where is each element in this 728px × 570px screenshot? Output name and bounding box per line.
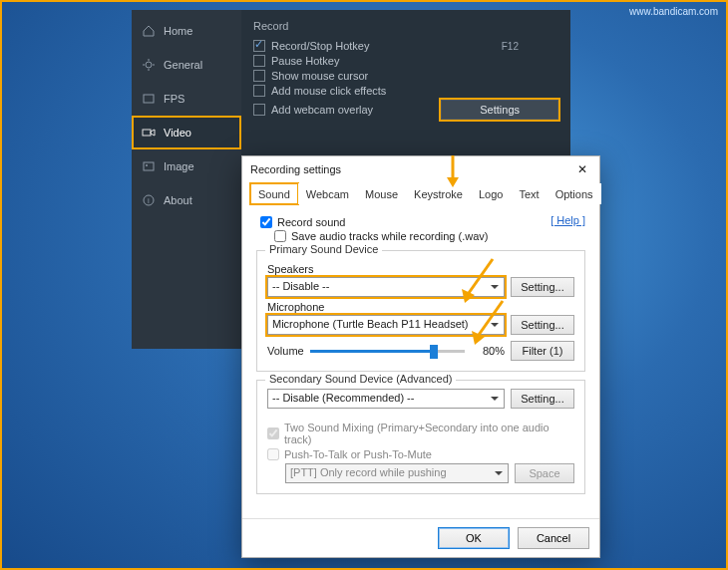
pause-hotkey-checkbox[interactable]	[253, 55, 265, 67]
dialog-titlebar: Recording settings ✕	[242, 156, 599, 182]
show-mouse-checkbox[interactable]	[253, 70, 265, 82]
speakers-label: Speakers	[267, 263, 574, 275]
volume-label: Volume	[267, 345, 304, 357]
filter-button[interactable]: Filter (1)	[511, 341, 574, 361]
add-webcam-checkbox[interactable]	[253, 104, 265, 116]
primary-sound-group: Primary Sound Device Speakers -- Disable…	[256, 250, 585, 372]
dialog-close-button[interactable]: ✕	[573, 162, 591, 176]
app-sidebar: Home General FPS Video Image i About	[132, 10, 241, 349]
help-link[interactable]: [ Help ]	[550, 214, 585, 226]
add-webcam-row: Add webcam overlay Settings	[253, 100, 558, 120]
recording-settings-dialog: Recording settings ✕ Sound Webcam Mouse …	[241, 155, 600, 558]
secondary-setting-button[interactable]: Setting...	[511, 389, 574, 409]
sidebar-item-about[interactable]: i About	[132, 183, 241, 217]
svg-rect-2	[143, 130, 151, 136]
pause-hotkey-row: Pause Hotkey	[253, 55, 558, 67]
watermark-text: www.bandicam.com	[629, 6, 718, 17]
sidebar-item-label: General	[164, 59, 202, 71]
gear-icon	[142, 58, 156, 72]
tab-logo[interactable]: Logo	[471, 183, 511, 204]
speakers-dropdown[interactable]: -- Disable --	[267, 277, 505, 297]
record-sound-label: Record sound	[277, 216, 346, 228]
sidebar-item-general[interactable]: General	[132, 48, 241, 82]
ptt-checkbox	[267, 448, 279, 460]
record-hotkey-label: Record/Stop Hotkey	[271, 40, 369, 52]
sidebar-item-label: About	[164, 194, 192, 206]
svg-rect-1	[144, 95, 154, 103]
microphone-setting-button[interactable]: Setting...	[511, 315, 574, 335]
pause-hotkey-label: Pause Hotkey	[271, 55, 339, 67]
record-hotkey-row: Record/Stop Hotkey F12	[253, 40, 558, 52]
add-click-row: Add mouse click effects	[253, 85, 558, 97]
tab-keystroke[interactable]: Keystroke	[406, 183, 471, 204]
show-mouse-row: Show mouse cursor	[253, 70, 558, 82]
show-mouse-label: Show mouse cursor	[271, 70, 368, 82]
info-icon: i	[142, 193, 156, 207]
volume-slider[interactable]	[310, 350, 465, 353]
microphone-label: Microphone	[267, 301, 574, 313]
svg-rect-3	[144, 162, 154, 170]
tab-options[interactable]: Options	[547, 183, 601, 204]
primary-group-label: Primary Sound Device	[265, 243, 382, 255]
ptt-label: Push-To-Talk or Push-To-Mute	[284, 448, 432, 460]
two-sound-mix-checkbox	[267, 428, 279, 439]
dialog-footer: OK Cancel	[242, 518, 599, 557]
add-click-label: Add mouse click effects	[271, 85, 386, 97]
speakers-setting-button[interactable]: Setting...	[511, 277, 574, 297]
record-hotkey-checkbox[interactable]	[253, 40, 265, 52]
ptt-hotkey-field: Space	[515, 463, 574, 483]
panel-header: Record	[253, 20, 558, 32]
add-webcam-label: Add webcam overlay	[271, 104, 373, 116]
cancel-button[interactable]: Cancel	[518, 527, 589, 549]
two-sound-mix-row: Two Sound Mixing (Primary+Secondary into…	[267, 422, 574, 445]
record-sound-checkbox[interactable]	[260, 216, 272, 228]
add-click-checkbox[interactable]	[253, 85, 265, 97]
sidebar-item-home[interactable]: Home	[132, 14, 241, 48]
dialog-body: [ Help ] Record sound Save audio tracks …	[242, 204, 599, 518]
settings-button[interactable]: Settings	[441, 100, 558, 120]
save-tracks-row: Save audio tracks while recording (.wav)	[274, 230, 585, 242]
tab-mouse[interactable]: Mouse	[357, 183, 406, 204]
svg-point-4	[146, 164, 148, 166]
tab-webcam[interactable]: Webcam	[298, 183, 357, 204]
svg-point-0	[146, 62, 152, 68]
dialog-tabs: Sound Webcam Mouse Keystroke Logo Text O…	[250, 182, 591, 204]
ptt-mode-dropdown: [PTT] Only record while pushing	[285, 463, 509, 483]
save-tracks-label: Save audio tracks while recording (.wav)	[291, 230, 488, 242]
save-tracks-checkbox[interactable]	[274, 230, 286, 242]
tab-text[interactable]: Text	[511, 183, 546, 204]
home-icon	[142, 24, 156, 38]
video-icon	[142, 126, 156, 140]
sidebar-item-fps[interactable]: FPS	[132, 82, 241, 116]
ok-button[interactable]: OK	[438, 527, 510, 549]
sidebar-item-image[interactable]: Image	[132, 149, 241, 183]
fps-icon	[142, 92, 156, 106]
two-sound-mix-label: Two Sound Mixing (Primary+Secondary into…	[284, 422, 574, 445]
volume-row: Volume 80% Filter (1)	[267, 341, 574, 361]
secondary-group-label: Secondary Sound Device (Advanced)	[265, 373, 456, 385]
secondary-sound-group: Secondary Sound Device (Advanced) -- Dis…	[256, 380, 585, 494]
sidebar-item-label: Video	[164, 127, 191, 139]
svg-text:i: i	[148, 196, 150, 205]
sidebar-item-label: Home	[164, 25, 192, 37]
microphone-dropdown[interactable]: Microphone (Turtle Beach P11 Headset)	[267, 315, 505, 335]
tab-sound[interactable]: Sound	[250, 183, 298, 204]
image-icon	[142, 159, 156, 173]
record-hotkey-value: F12	[502, 41, 519, 52]
sidebar-item-label: FPS	[164, 93, 184, 105]
ptt-row: Push-To-Talk or Push-To-Mute	[267, 448, 574, 460]
sidebar-item-label: Image	[164, 160, 194, 172]
dialog-title: Recording settings	[250, 163, 341, 175]
record-sound-row: Record sound	[260, 216, 550, 228]
sidebar-item-video[interactable]: Video	[132, 116, 241, 149]
secondary-dropdown[interactable]: -- Disable (Recommended) --	[267, 389, 505, 409]
volume-percent: 80%	[471, 345, 505, 357]
